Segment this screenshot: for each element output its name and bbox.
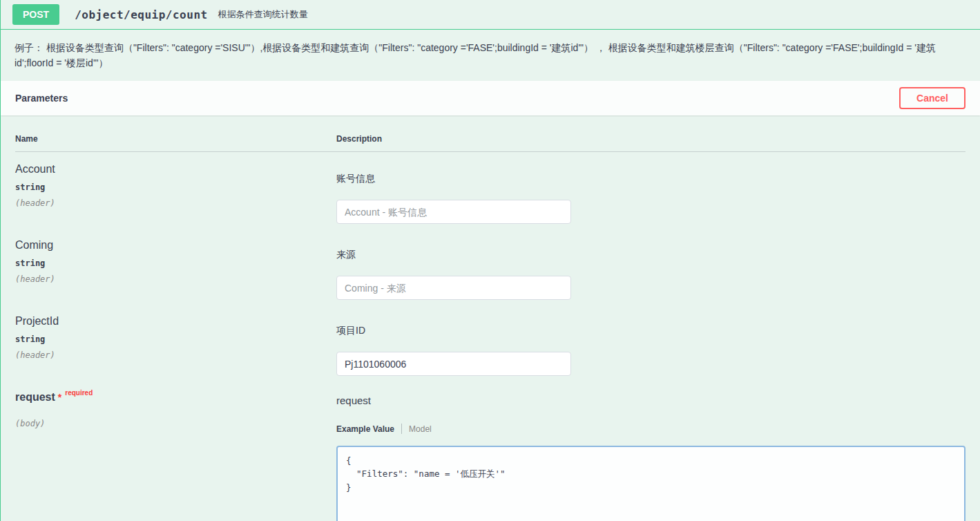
parameters-section-header: Parameters Cancel	[1, 81, 980, 115]
projectid-input[interactable]	[336, 352, 571, 376]
param-name-cell: ProjectId string (header)	[15, 315, 336, 380]
required-asterisk: *	[58, 392, 61, 403]
param-type: string	[15, 334, 336, 344]
model-tabs: Example Value Model	[336, 424, 965, 434]
param-name: ProjectId	[15, 315, 336, 328]
param-location: (header)	[15, 350, 336, 360]
parameters-title: Parameters	[15, 93, 68, 104]
account-input[interactable]	[336, 200, 571, 224]
column-header-description: Description	[336, 134, 965, 144]
table-row-projectid: ProjectId string (header) 项目ID	[15, 304, 965, 380]
param-name: request*required	[15, 391, 336, 404]
param-name: Account	[15, 163, 336, 176]
tab-model[interactable]: Model	[409, 424, 432, 434]
param-location: (header)	[15, 198, 336, 208]
param-type: string	[15, 258, 336, 268]
param-description: request	[336, 395, 965, 406]
param-description-cell: request Example Value Model { "Filters":…	[336, 391, 965, 521]
endpoint-description: 例子： 根据设备类型查询（"Filters": "category ='SISU…	[1, 30, 980, 79]
param-type: string	[15, 182, 336, 192]
tab-divider	[401, 424, 402, 434]
table-row-coming: Coming string (header) 来源	[15, 228, 965, 304]
param-name: Coming	[15, 239, 336, 252]
table-row-account: Account string (header) 账号信息	[15, 152, 965, 228]
param-name-cell: request*required (body)	[15, 391, 336, 521]
cancel-button[interactable]: Cancel	[899, 87, 965, 109]
parameters-table: Name Description Account string (header)…	[1, 115, 980, 521]
param-description-cell: 来源	[336, 239, 965, 304]
param-description: 项目ID	[336, 325, 965, 337]
param-description: 来源	[336, 249, 965, 261]
http-method-badge: POST	[12, 4, 59, 25]
param-location: (header)	[15, 274, 336, 284]
param-name-cell: Coming string (header)	[15, 239, 336, 304]
operation-block-post: POST /object/equip/count 根据条件查询统计数量 例子： …	[0, 0, 980, 521]
tab-example-value[interactable]: Example Value	[336, 424, 394, 434]
request-body-editor[interactable]: { "Filters": "name = '低压开关'" }	[336, 446, 965, 521]
endpoint-path: /object/equip/count	[75, 8, 208, 21]
param-name-cell: Account string (header)	[15, 163, 336, 228]
coming-input[interactable]	[336, 276, 571, 300]
column-header-name: Name	[15, 134, 336, 144]
param-location: (body)	[15, 419, 336, 428]
operation-summary[interactable]: POST /object/equip/count 根据条件查询统计数量	[1, 0, 980, 30]
param-description-cell: 账号信息	[336, 163, 965, 228]
table-row-request: request*required (body) request Example …	[15, 380, 965, 521]
required-badge: required	[65, 389, 93, 397]
param-description: 账号信息	[336, 173, 965, 185]
endpoint-summary: 根据条件查询统计数量	[218, 8, 308, 21]
param-description-cell: 项目ID	[336, 315, 965, 380]
parameters-table-header: Name Description	[15, 115, 965, 152]
